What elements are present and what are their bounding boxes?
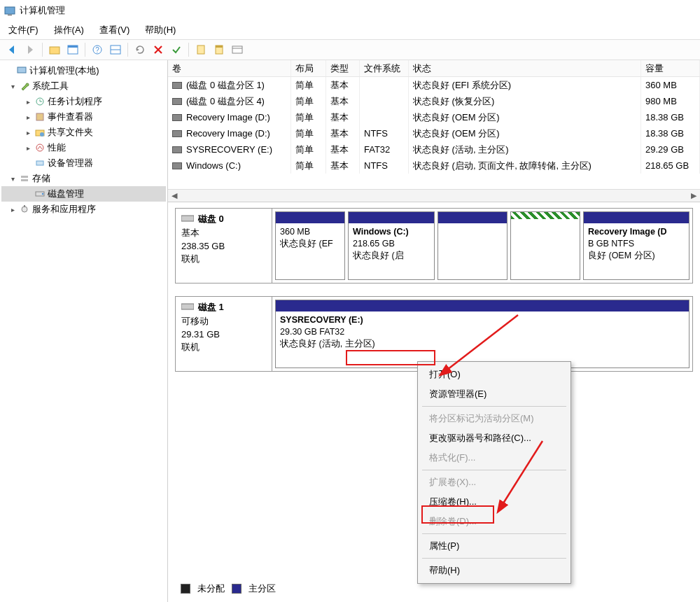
ctx-help[interactable]: 帮助(H) (419, 561, 569, 580)
col-layout[interactable]: 布局 (291, 60, 326, 76)
tree-label: 设备管理器 (48, 157, 93, 169)
tree-system-tools[interactable]: ▾ 系统工具 (1, 78, 166, 94)
disk-icon (181, 214, 194, 225)
disk1-part-sysrecovery-e[interactable]: SYSRECOVERY (E:) 29.30 GB FAT32 状态良好 (活动… (275, 300, 690, 368)
volume-row[interactable]: Recovery Image (D:)简单基本NTFS状态良好 (OEM 分区)… (168, 125, 700, 141)
computer-icon (15, 65, 28, 76)
tree-disk-management[interactable]: 磁盘管理 (1, 186, 166, 202)
tree-performance[interactable]: ▸ 性能 (1, 140, 166, 155)
delete-icon[interactable] (150, 42, 166, 57)
tree-label: 性能 (48, 141, 66, 154)
volume-header[interactable]: 卷 布局 类型 文件系统 状态 容量 (168, 60, 700, 77)
tree-label: 系统工具 (32, 80, 69, 92)
titlebar: 计算机管理 (0, 0, 700, 21)
disk-1-label: 磁盘 1 可移动 29.31 GB 联机 (176, 297, 272, 371)
ctx-extend: 扩展卷(X)... (419, 472, 569, 492)
tree-label: 存储 (32, 172, 50, 185)
disk-0-label: 磁盘 0 基本 238.35 GB 联机 (176, 209, 272, 283)
col-filesystem[interactable]: 文件系统 (360, 60, 409, 76)
disk0-part-hidden1[interactable] (438, 211, 507, 280)
volume-list[interactable]: 卷 布局 类型 文件系统 状态 容量 (磁盘 0 磁盘分区 1)简单基本状态良好… (168, 60, 700, 202)
svg-point-24 (42, 193, 43, 195)
wrench-icon (18, 80, 31, 92)
disk-1-block[interactable]: 磁盘 1 可移动 29.31 GB 联机 SYSRECOVERY (E:) 29… (175, 296, 693, 372)
panel-icon[interactable] (65, 42, 80, 57)
disk-icon (181, 302, 194, 313)
scroll-right-icon[interactable]: ▶ (687, 191, 700, 200)
volume-row[interactable]: Recovery Image (D:)简单基本状态良好 (OEM 分区)18.3… (168, 109, 700, 125)
tree-label: 磁盘管理 (48, 188, 84, 200)
menu-file[interactable]: 文件(F) (6, 22, 41, 38)
doc2-icon[interactable] (211, 42, 227, 57)
disk-mgmt-icon (34, 188, 46, 200)
svg-rect-16 (36, 113, 43, 120)
help-icon[interactable]: ? (90, 42, 105, 57)
tree-task-scheduler[interactable]: ▸ 任务计划程序 (1, 94, 166, 109)
check-icon[interactable] (169, 42, 184, 57)
disk0-part-recovery-image-d[interactable]: Recovery Image (D B GB NTFS 良好 (OEM 分区) (583, 211, 690, 280)
window-title: 计算机管理 (20, 4, 65, 17)
col-status[interactable]: 状态 (409, 60, 641, 76)
back-icon[interactable] (4, 42, 20, 57)
tree-services-apps[interactable]: ▸ 服务和应用程序 (1, 202, 166, 217)
menu-help[interactable]: 帮助(H) (142, 22, 178, 38)
disk0-part-efi[interactable]: 360 MB 状态良好 (EF (275, 211, 345, 280)
tree-shared-folders[interactable]: ▸ 共享文件夹 (1, 125, 166, 140)
menu-view[interactable]: 查看(V) (97, 22, 132, 38)
menu-action[interactable]: 操作(A) (51, 22, 87, 38)
ctx-properties[interactable]: 属性(P) (419, 536, 569, 556)
tree-label: 事件查看器 (48, 111, 93, 123)
tree-device-manager[interactable]: 设备管理器 (1, 155, 166, 171)
disk0-part-hidden2[interactable] (510, 211, 580, 280)
sidebar-tree[interactable]: 计算机管理(本地) ▾ 系统工具 ▸ 任务计划程序 ▸ 事件查看器 ▸ 共享文件… (0, 60, 168, 602)
disk-0-block[interactable]: 磁盘 0 基本 238.35 GB 联机 360 MB 状态良好 (EF (175, 208, 693, 284)
ctx-delete: 删除卷(D)... (419, 512, 569, 531)
services-icon (18, 204, 31, 215)
shared-folder-icon (34, 127, 46, 138)
col-type[interactable]: 类型 (326, 60, 360, 76)
device-icon (34, 158, 46, 169)
tree-label: 共享文件夹 (48, 126, 93, 139)
col-volume[interactable]: 卷 (168, 60, 291, 76)
doc-icon[interactable] (193, 42, 209, 57)
clock-icon (34, 96, 46, 107)
col-capacity[interactable]: 容量 (641, 60, 700, 76)
ctx-mark-active: 将分区标记为活动分区(M) (419, 409, 569, 428)
tree-root[interactable]: 计算机管理(本地) (1, 63, 166, 78)
menubar: 文件(F) 操作(A) 查看(V) 帮助(H) (0, 21, 700, 39)
disk0-part-windows-c[interactable]: Windows (C:) 218.65 GB 状态良好 (启 (348, 211, 435, 280)
volume-row[interactable]: SYSRECOVERY (E:)简单基本FAT32状态良好 (活动, 主分区)2… (168, 141, 700, 158)
ctx-change-paths[interactable]: 更改驱动器号和路径(C)... (419, 428, 569, 448)
horizontal-scrollbar[interactable]: ◀ ▶ (168, 189, 700, 202)
svg-rect-4 (68, 46, 78, 48)
ctx-shrink[interactable]: 压缩卷(H)... (419, 492, 569, 512)
tree-root-label: 计算机管理(本地) (29, 64, 99, 77)
svg-point-19 (36, 144, 43, 151)
ctx-open[interactable]: 打开(O) (419, 365, 569, 384)
split-icon[interactable] (108, 42, 123, 57)
volume-row[interactable]: (磁盘 0 磁盘分区 1)简单基本状态良好 (EFI 系统分区)360 MB (168, 77, 700, 93)
forward-icon[interactable] (22, 42, 38, 57)
volume-row[interactable]: (磁盘 0 磁盘分区 4)简单基本状态良好 (恢复分区)980 MB (168, 93, 700, 109)
app-icon (4, 5, 15, 16)
tree-label: 服务和应用程序 (32, 203, 96, 216)
book-icon (34, 111, 46, 122)
scroll-left-icon[interactable]: ◀ (168, 191, 181, 200)
tree-event-viewer[interactable]: ▸ 事件查看器 (1, 109, 166, 125)
properties-icon[interactable] (230, 42, 245, 57)
folder-icon[interactable] (47, 42, 62, 57)
legend: 未分配 主分区 (181, 582, 276, 595)
svg-rect-12 (232, 46, 242, 53)
tree-storage[interactable]: ▾ 存储 (1, 171, 166, 186)
refresh-icon[interactable] (132, 42, 148, 57)
storage-icon (18, 173, 31, 184)
svg-rect-27 (181, 216, 194, 221)
context-menu[interactable]: 打开(O) 资源管理器(E) 将分区标记为活动分区(M) 更改驱动器号和路径(C… (417, 361, 571, 584)
svg-rect-9 (197, 46, 204, 54)
svg-rect-28 (181, 304, 194, 309)
svg-rect-22 (21, 179, 28, 181)
ctx-explorer[interactable]: 资源管理器(E) (419, 384, 569, 404)
monitor-icon (34, 142, 46, 153)
ctx-format: 格式化(F)... (419, 448, 569, 468)
volume-row[interactable]: Windows (C:)简单基本NTFS状态良好 (启动, 页面文件, 故障转储… (168, 158, 700, 174)
